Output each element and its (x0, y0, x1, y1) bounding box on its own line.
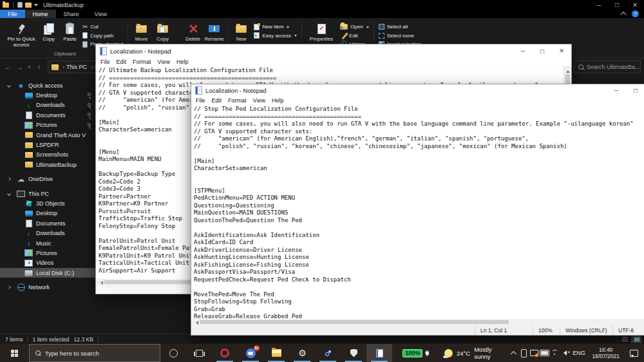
sidebar-item[interactable]: Pictures (0, 120, 95, 130)
sidebar-item[interactable]: Downloads (0, 228, 95, 238)
breadcrumb-item[interactable]: This PC (66, 64, 87, 70)
select-all-button[interactable]: Select all (377, 23, 424, 32)
easy-access-button[interactable]: Easy access (252, 32, 299, 41)
menu-item[interactable]: View (250, 97, 269, 104)
recent-locations-caret-icon[interactable]: ∨ (26, 64, 32, 70)
taskbar-app-button[interactable] (160, 344, 186, 362)
sidebar-item[interactable]: Desktop (0, 90, 95, 100)
chevron-up-icon[interactable] (508, 344, 518, 362)
language-indicator[interactable]: ENG (570, 344, 587, 362)
menu-item[interactable]: Edit (209, 97, 225, 104)
taskbar-clock[interactable]: 16:40 18/07/2021 (588, 344, 624, 362)
menu-item[interactable]: File (97, 59, 113, 65)
taskbar-app-button[interactable] (341, 344, 366, 362)
text-editor[interactable]: // Stop The Ped Localization Configurati… (191, 104, 644, 319)
scroll-left-arrow-icon[interactable] (194, 321, 198, 325)
qat-new-folder-icon[interactable] (25, 3, 32, 8)
scroll-up-arrow-icon[interactable] (566, 68, 570, 73)
details-view-icon[interactable] (620, 335, 630, 343)
paste-button[interactable]: Paste (59, 20, 80, 50)
minimize-button[interactable] (607, 84, 626, 96)
maximize-button[interactable] (533, 44, 552, 57)
maximize-button[interactable] (626, 84, 644, 96)
help-icon[interactable] (632, 10, 639, 17)
pin-to-quick-access-button[interactable]: Pin to Quick access (5, 20, 38, 50)
close-button[interactable] (626, 0, 644, 10)
horizontal-scrollbar[interactable] (191, 319, 644, 325)
up-arrow-icon[interactable]: ↑ (34, 64, 44, 71)
ribbon-tab[interactable]: Share (56, 10, 87, 18)
taskbar-app-button[interactable] (186, 344, 212, 362)
qat-customize-caret-icon[interactable] (34, 4, 38, 8)
sidebar-item[interactable]: Documents (0, 218, 95, 228)
select-none-button[interactable]: Select none (377, 32, 424, 41)
scrollbar-thumb[interactable] (200, 320, 509, 324)
notepad-titlebar[interactable]: Localization - Notepad (96, 44, 571, 57)
taskbar-app-button[interactable] (263, 344, 289, 362)
menu-item[interactable]: View (155, 59, 173, 65)
cursor-position: Ln 1, Col 1 (475, 325, 533, 335)
minimize-button[interactable] (513, 44, 533, 57)
menu-item[interactable]: Format (129, 59, 155, 65)
expander-chevron-icon[interactable] (7, 285, 11, 289)
maximize-button[interactable] (608, 0, 626, 10)
battery-widget[interactable]: 100% (402, 344, 429, 362)
sidebar-item[interactable]: Screenshots (0, 150, 95, 160)
menu-item[interactable]: Edit (113, 59, 130, 65)
open-button[interactable]: Open (338, 23, 371, 32)
menu-item[interactable]: Format (225, 97, 250, 104)
sidebar-item[interactable]: Pictures (0, 248, 95, 258)
sidebar-item[interactable]: Grand Theft Auto V (0, 130, 95, 140)
taskbar-search-box[interactable]: Type here to search (29, 344, 161, 362)
ribbon-tab[interactable]: File (0, 10, 25, 18)
expander-chevron-icon[interactable] (7, 177, 11, 181)
sidebar-item[interactable]: Network (0, 282, 95, 292)
edit-button[interactable]: Edit (338, 32, 371, 41)
sidebar-item[interactable]: LSPDFR (0, 140, 95, 149)
minimize-button[interactable] (590, 0, 608, 10)
network-icon[interactable] (549, 344, 560, 362)
copy-button[interactable]: Copy (38, 20, 59, 50)
explorer-search-box[interactable]: Search UltimateBa... (574, 61, 641, 73)
sidebar-item[interactable]: 3D Objects (0, 198, 95, 208)
ribbon-tab[interactable]: View (87, 10, 115, 18)
expander-chevron-icon[interactable] (7, 84, 11, 88)
sidebar-item[interactable]: Desktop (0, 209, 95, 218)
taskbar-app-button[interactable]: 9+ (238, 344, 263, 362)
qat-properties-icon[interactable] (17, 2, 23, 8)
taskbar-app-button[interactable] (212, 344, 238, 362)
volume-muted-icon[interactable] (560, 344, 570, 362)
copy-path-button[interactable]: Copy path (80, 32, 125, 41)
weather-widget[interactable]: 24°C Mostly sunny (444, 344, 508, 362)
sidebar-item[interactable]: UltimateBackup (0, 160, 95, 169)
close-button[interactable] (552, 44, 571, 57)
cut-button[interactable]: Cut (80, 23, 125, 32)
sidebar-item[interactable]: This PC (0, 189, 95, 198)
sidebar-item[interactable]: Quick access (0, 81, 95, 90)
new-item-button[interactable]: New item (252, 23, 299, 32)
expander-chevron-icon[interactable] (7, 192, 11, 196)
notepad-titlebar[interactable]: Localization - Notepad (191, 84, 644, 96)
taskbar-app-button[interactable] (366, 344, 392, 362)
sidebar-item[interactable]: OneDrive (0, 175, 95, 184)
sidebar-item[interactable]: Documents (0, 110, 95, 120)
start-button[interactable] (0, 344, 29, 362)
battery-icon[interactable] (539, 344, 549, 362)
taskbar-app-button[interactable] (289, 344, 315, 362)
ribbon-tab[interactable]: Home (25, 10, 56, 18)
action-center-button[interactable] (624, 344, 644, 362)
menu-item[interactable]: Help (269, 97, 287, 104)
scroll-left-arrow-icon[interactable] (99, 281, 103, 285)
taskbar-app-button[interactable] (315, 344, 341, 362)
menu-item[interactable]: Help (173, 59, 192, 65)
sidebar-item[interactable]: Music (0, 238, 95, 248)
back-arrow-icon[interactable]: ← (3, 64, 13, 71)
sidebar-item[interactable]: Videos (0, 258, 95, 268)
sidebar-item[interactable]: Downloads (0, 100, 95, 110)
menu-item[interactable]: File (193, 97, 209, 104)
sidebar-item[interactable]: Local Disk (C:) (0, 268, 95, 278)
forward-arrow-icon[interactable]: → (15, 64, 24, 71)
display-icon[interactable] (529, 344, 539, 362)
thumbnails-view-icon[interactable] (631, 335, 642, 343)
phone-icon[interactable] (518, 344, 529, 362)
